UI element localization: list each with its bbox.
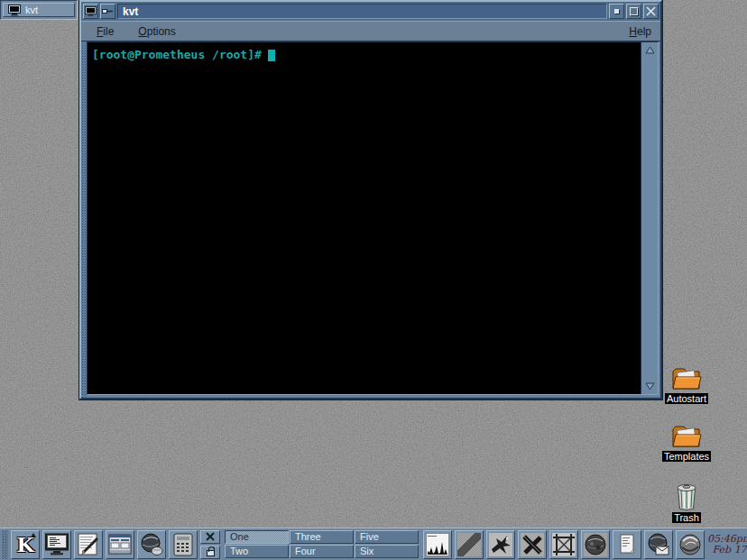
minimize-button[interactable] [609,4,624,19]
launcher-frame-app[interactable] [549,530,578,559]
taskbar-button-label: kvt [25,5,38,15]
pager-desktop-one[interactable]: One [225,530,289,544]
dithered-app-icon [457,533,481,556]
desktop-icon-trash[interactable]: Trash [659,483,714,523]
pager-desktop-two[interactable]: Two [225,545,289,558]
window-title: kvt [117,4,607,19]
x11-icon [521,533,544,556]
desktop-icon-label: Trash [672,512,701,523]
xload-chart-icon [426,533,449,556]
desktop-pager: One Two Three Four Five Six [225,530,419,558]
launcher-keypad[interactable] [169,530,198,559]
maximize-button[interactable] [626,4,641,19]
launcher-text-editor[interactable] [74,530,103,559]
close-icon [646,6,656,16]
panel-hide-handle[interactable] [2,530,8,559]
desktop-icon-templates[interactable]: Templates [655,424,718,462]
taskbar: kvt [0,0,78,20]
frame-x-icon [552,533,576,556]
globe-help-icon [140,533,163,556]
panel-small-buttons [200,530,220,559]
terminal-prompt: [root@Prometheus /root]# [92,48,262,61]
folder-icon [671,366,702,391]
file-manager-icon [108,533,132,556]
clock-date: Feb 17 [707,545,747,555]
menubar: File Options Help [81,21,660,41]
scroll-down-icon [645,382,655,390]
eagle-app-icon [489,533,512,556]
launcher-mail[interactable] [644,530,673,559]
desktop-icon-label: Templates [662,451,711,462]
lock-icon [207,550,215,556]
launcher-dark-globe[interactable] [581,530,610,559]
keypad-icon [172,533,194,556]
scroll-up-icon [645,46,655,54]
panel: K [0,528,747,560]
terminal-scrollbar[interactable] [641,42,658,394]
launcher-app-eagle[interactable] [486,530,515,559]
pager-desktop-six[interactable]: Six [355,545,419,558]
notes-icon [617,533,637,556]
trash-icon [675,483,698,510]
minimize-icon [614,9,619,14]
launcher-notes[interactable] [613,530,641,559]
lock-screen-button[interactable] [200,546,220,559]
launcher-browser[interactable] [676,530,705,559]
k-menu-button[interactable]: K [11,530,40,559]
sticky-button[interactable] [100,4,115,19]
dark-globe-icon [584,533,607,556]
launcher-help[interactable] [137,530,166,559]
terminal-icon [44,533,69,556]
desktop-icon-label: Autostart [665,393,708,404]
scroll-up-button[interactable] [644,45,656,55]
clock-time: 05:46pm [707,534,747,545]
terminal-icon [8,5,21,16]
taskbar-button-kvt[interactable]: kvt [3,3,75,17]
sticky-pin-icon [102,7,114,15]
menu-file[interactable]: File [97,25,114,38]
launcher-terminal[interactable] [42,530,71,559]
panel-clock[interactable]: 05:46pm Feb 17 [707,534,747,555]
logout-x-icon [206,532,215,541]
window-client-area: [root@Prometheus /root]# [81,41,660,398]
desktop[interactable]: { "colors": { "panel_bg": "#6f86a1", "ti… [0,0,747,560]
window-menu-icon [85,6,97,17]
titlebar[interactable]: kvt [81,2,660,21]
terminal-screen[interactable]: [root@Prometheus /root]# [88,42,641,394]
maximize-icon [630,7,638,15]
launcher-file-manager[interactable] [106,530,134,559]
k-menu-arrow-icon [31,533,36,537]
launcher-app-dithered[interactable] [455,530,484,559]
text-editor-icon [77,533,100,556]
pager-desktop-five[interactable]: Five [355,530,419,544]
desktop-icon-autostart[interactable]: Autostart [657,366,716,404]
folder-icon [671,424,702,449]
launcher-xload[interactable] [423,530,452,559]
window-menu-button[interactable] [83,4,98,19]
close-button[interactable] [643,4,659,19]
pager-desktop-four[interactable]: Four [290,545,354,558]
terminal-cursor [268,50,275,61]
menu-options[interactable]: Options [138,25,175,38]
terminal-window: kvt File Options Help [root@Prometheus /… [79,0,662,399]
terminal-frame: [root@Prometheus /root]# [87,41,659,395]
globe-mail-icon [647,533,670,556]
launcher-x11[interactable] [518,530,547,559]
pager-desktop-three[interactable]: Three [290,530,354,544]
menu-help[interactable]: Help [629,25,651,38]
scroll-down-button[interactable] [644,381,656,391]
logout-button[interactable] [200,530,220,544]
swirl-globe-icon [678,533,702,556]
